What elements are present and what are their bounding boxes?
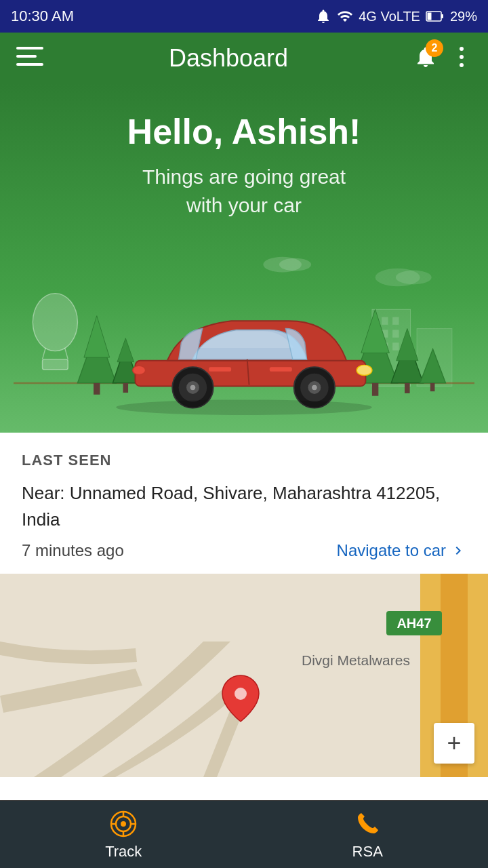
svg-point-7 [460,55,464,59]
svg-point-10 [279,258,311,271]
svg-rect-18 [382,317,388,325]
svg-point-6 [460,47,464,51]
map-background: AH47 Divgi Metalwares + [0,574,488,777]
svg-rect-23 [392,342,399,350]
svg-rect-39 [430,383,435,391]
hamburger-icon [16,47,43,67]
svg-rect-42 [209,367,231,372]
subtitle-text: Things are going greatwith your car [14,163,474,220]
more-options-button[interactable] [451,45,472,72]
svg-rect-37 [405,383,410,393]
map-zoom-button[interactable]: + [434,723,474,764]
phone-icon [352,809,382,839]
more-options-icon [451,45,472,69]
nav-item-rsa[interactable]: RSA [325,802,410,867]
battery-level: 29% [450,9,477,24]
car-illustration [14,240,474,430]
svg-point-45 [133,366,146,374]
svg-point-8 [460,63,464,67]
status-icons: 4G VoLTE 29% [315,8,477,24]
svg-rect-4 [16,55,37,58]
nav-rsa-label: RSA [352,843,383,861]
nav-track-label: Track [105,843,142,861]
network-type: 4G VoLTE [359,9,420,24]
header-actions: 2 [413,45,472,72]
svg-rect-31 [123,383,129,393]
notification-badge: 2 [426,39,443,57]
greeting-text: Hello, Ashish! [14,111,474,152]
svg-text:Divgi Metalwares: Divgi Metalwares [302,652,410,668]
svg-point-53 [312,385,317,391]
navigate-to-car-link[interactable]: Navigate to car [337,541,466,560]
page-title: Dashboard [169,44,288,73]
target-icon [108,809,138,839]
svg-marker-27 [84,316,110,357]
navigate-label: Navigate to car [337,541,446,560]
svg-point-49 [190,385,196,391]
last-seen-address: Near: Unnamed Road, Shivare, Maharashtra… [22,480,466,533]
svg-point-62 [235,688,247,700]
svg-rect-3 [16,47,43,50]
nav-item-track[interactable]: Track [78,802,169,867]
svg-point-54 [116,399,372,415]
hero-section: Hello, Ashish! Things are going greatwit… [0,84,488,433]
svg-line-14 [43,348,46,359]
svg-point-65 [121,821,126,827]
svg-marker-30 [117,338,134,362]
svg-rect-16 [43,359,68,370]
map-svg: AH47 Divgi Metalwares [0,574,488,777]
chevron-right-icon [450,542,466,559]
time-display: 10:30 AM [11,7,74,25]
svg-rect-5 [16,63,43,66]
last-seen-label: LAST SEEN [22,452,466,469]
notifications-button[interactable]: 2 [413,45,438,72]
svg-point-12 [396,271,432,285]
svg-point-13 [33,294,77,351]
svg-line-15 [65,348,68,359]
zoom-plus-icon: + [447,729,461,757]
svg-rect-28 [94,383,100,395]
svg-rect-2 [441,14,443,18]
app-header: Dashboard 2 [0,33,488,84]
alarm-icon [315,8,331,24]
svg-rect-21 [392,330,399,337]
battery-icon [426,8,445,24]
svg-rect-19 [392,317,399,325]
svg-text:AH47: AH47 [396,616,431,631]
bottom-nav: Track RSA [0,800,488,868]
status-bar: 10:30 AM 4G VoLTE 29% [0,0,488,33]
signal-icon [337,8,353,24]
last-seen-time: 7 minutes ago [22,541,124,560]
last-seen-footer: 7 minutes ago Navigate to car [22,541,466,560]
last-seen-section: LAST SEEN Near: Unnamed Road, Shivare, M… [0,433,488,574]
svg-point-44 [357,365,372,375]
svg-rect-1 [427,13,431,20]
menu-button[interactable] [16,47,43,70]
svg-rect-34 [372,383,378,396]
map-section[interactable]: AH47 Divgi Metalwares + [0,574,488,777]
svg-rect-43 [270,367,292,372]
